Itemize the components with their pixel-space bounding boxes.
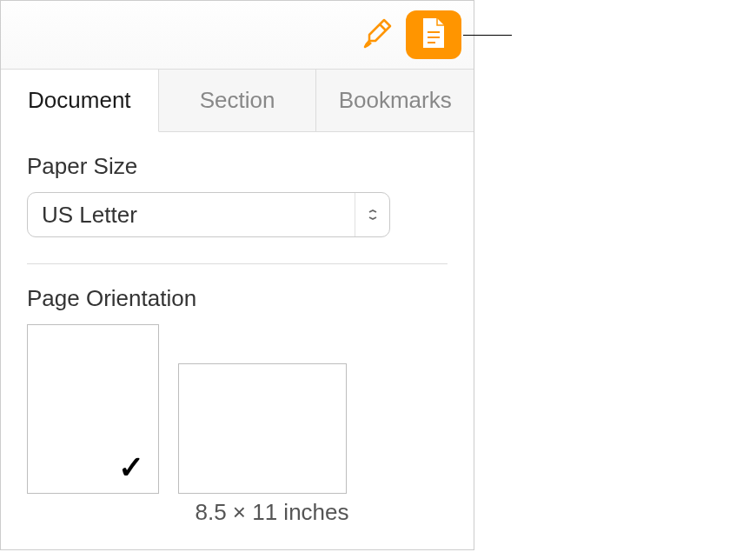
format-button[interactable]	[357, 15, 397, 55]
tab-document[interactable]: Document	[1, 70, 159, 132]
paper-size-select-wrap: US Letter	[27, 192, 390, 237]
svg-line-0	[380, 24, 386, 30]
inspector-toolbar	[1, 1, 474, 70]
tab-label: Section	[200, 87, 275, 114]
document-icon	[420, 17, 448, 53]
paper-size-section: Paper Size US Letter	[1, 132, 474, 237]
orientation-landscape[interactable]	[178, 363, 347, 494]
page-dimensions: 8.5 × 11 inches	[96, 499, 448, 526]
document-inspector-panel: Document Section Bookmarks Paper Size US…	[0, 0, 474, 550]
document-button[interactable]	[406, 10, 461, 59]
tab-label: Bookmarks	[339, 87, 452, 114]
orientation-options: ✓	[27, 324, 448, 494]
paper-size-select[interactable]: US Letter	[27, 192, 390, 237]
paper-size-value: US Letter	[42, 202, 137, 229]
callout-line	[463, 35, 512, 36]
orientation-label: Page Orientation	[27, 285, 448, 312]
tab-bookmarks[interactable]: Bookmarks	[316, 70, 474, 132]
tab-section[interactable]: Section	[159, 70, 317, 132]
inspector-tabs: Document Section Bookmarks	[1, 70, 474, 132]
tab-label: Document	[28, 87, 131, 114]
orientation-portrait[interactable]: ✓	[27, 324, 159, 494]
format-brush-icon	[361, 17, 394, 53]
chevron-down-icon	[355, 193, 389, 236]
orientation-section: Page Orientation ✓ 8.5 × 11 inches	[1, 264, 474, 526]
checkmark-icon: ✓	[118, 449, 144, 486]
paper-size-label: Paper Size	[27, 153, 448, 180]
